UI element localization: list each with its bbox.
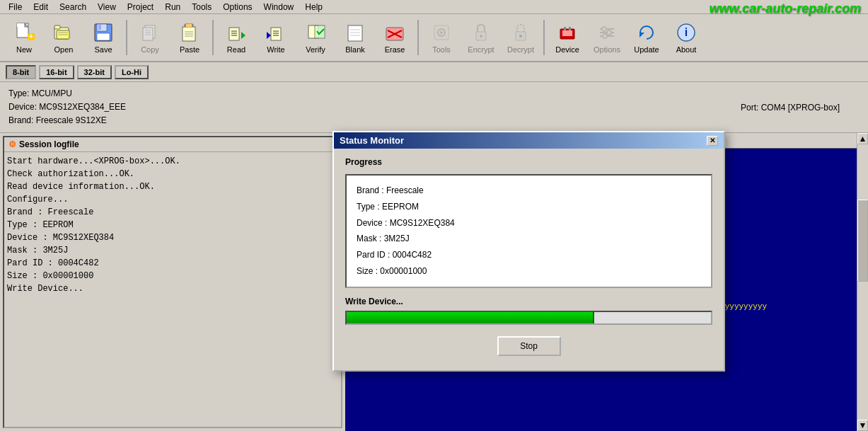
stop-button[interactable]: Stop [497, 336, 561, 356]
partid-line: Pard ID : 0004C482 [357, 247, 701, 263]
dialog-title: Status Monitor [340, 135, 404, 146]
dialog-body: Progress Brand : Freescale Type : EEPROM… [334, 149, 724, 370]
device-line: Device : MC9S12XEQ384 [357, 215, 701, 231]
type-line: Type : EEPROM [357, 199, 701, 215]
dialog-titlebar: Status Monitor ✕ [334, 132, 724, 149]
dialog-footer: Stop [345, 336, 712, 362]
write-device-label: Write Device... [345, 297, 712, 306]
brand-line: Brand : Freescale [357, 183, 701, 199]
progress-fill [347, 312, 594, 323]
dialog-info-area: Brand : Freescale Type : EEPROM Device :… [345, 174, 712, 288]
size-line: Size : 0x00001000 [357, 263, 701, 280]
progress-bar [345, 311, 712, 325]
mask-line: Mask : 3M25J [357, 231, 701, 247]
progress-label: Progress [345, 157, 712, 167]
status-monitor-dialog: Status Monitor ✕ Progress Brand : Freesc… [332, 131, 725, 372]
dialog-overlay: Status Monitor ✕ Progress Brand : Freesc… [0, 0, 868, 431]
watermark-text: www.car-auto-repair.com [710, 1, 861, 16]
dialog-close-button[interactable]: ✕ [707, 136, 718, 146]
